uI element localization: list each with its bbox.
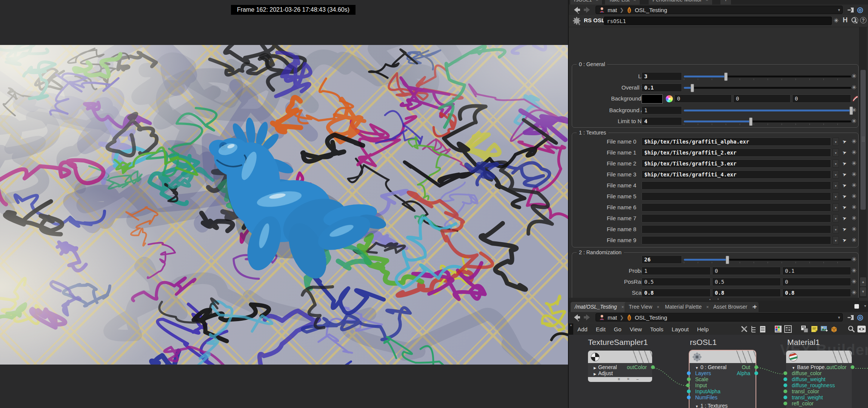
node-row-adjust[interactable]: ▶Adjust <box>588 370 652 376</box>
outcolor-output-dot[interactable] <box>851 365 854 369</box>
breadcrumb-root[interactable]: mat <box>608 314 617 321</box>
file-dropdown-icon[interactable]: ▾ <box>833 170 839 179</box>
node-header[interactable] <box>786 351 852 363</box>
pane-maximize-icon[interactable] <box>854 304 859 309</box>
close-icon[interactable]: × <box>657 304 659 310</box>
forward-button[interactable] <box>583 6 592 14</box>
node-name-field[interactable]: rsOSL1 <box>604 17 832 25</box>
tab-tree-view[interactable]: Tree View× <box>625 302 663 312</box>
node-row-general[interactable]: ▶General outColor <box>588 364 652 370</box>
tab-material-palette[interactable]: Material Palette× <box>661 302 713 312</box>
outcolor-output-dot[interactable] <box>651 365 655 369</box>
add-tab-button[interactable]: + <box>720 0 731 5</box>
parm-menu-icon[interactable]: ✳ <box>850 278 858 286</box>
parm-menu-icon[interactable]: ✳ <box>850 181 858 190</box>
tab-asset-browser[interactable]: Asset Browser× <box>709 302 759 312</box>
file-dropdown-icon[interactable]: ▾ <box>833 181 839 190</box>
parm-menu-icon[interactable]: ✳ <box>850 148 858 157</box>
node-row-inputalpha[interactable]: InputAlpha <box>689 388 756 394</box>
layers-input-dot[interactable] <box>687 371 691 375</box>
parm-menu-icon[interactable]: ✳ <box>850 83 858 92</box>
node-flags[interactable] <box>736 351 756 363</box>
file-dropdown-icon[interactable]: ▾ <box>833 236 839 244</box>
menu-view[interactable]: View <box>626 326 646 332</box>
scale-input-dot[interactable] <box>687 377 691 381</box>
file-name-9-field[interactable] <box>642 236 831 244</box>
split-windows-icon[interactable] <box>801 325 808 333</box>
visibility-eye-icon[interactable] <box>857 325 866 333</box>
close-icon[interactable]: × <box>706 304 709 310</box>
sticky-note-icon[interactable] <box>811 325 818 333</box>
node-row-base-properties[interactable]: ▼Base Prope… outColor <box>786 364 852 370</box>
node-row-diffuse-roughness[interactable]: diffuse_roughness <box>786 382 852 388</box>
file-dropdown-icon[interactable]: ▾ <box>833 148 839 157</box>
parm-menu-icon[interactable]: ✳ <box>850 138 858 146</box>
node-row-scale[interactable]: Scale <box>689 376 756 382</box>
tree-icon[interactable] <box>750 325 757 333</box>
pin-icon[interactable] <box>847 314 855 321</box>
path-dropdown-icon[interactable]: ▾ <box>838 315 840 320</box>
posrandom-x[interactable]: 0.5 <box>642 278 711 286</box>
menu-help[interactable]: Help <box>693 326 713 332</box>
scalemin-y[interactable]: 0.8 <box>712 289 781 297</box>
transl-color-input-dot[interactable] <box>783 389 787 393</box>
collapse-icon[interactable]: ▼ <box>695 405 699 408</box>
parm-menu-icon[interactable]: ✳ <box>850 225 858 233</box>
menu-layout[interactable]: Layout <box>668 326 693 332</box>
parm-menu-icon[interactable]: ✳ <box>850 236 858 244</box>
node-title[interactable]: Material1 <box>787 338 820 347</box>
file-dropdown-icon[interactable]: ▾ <box>833 192 839 201</box>
diffuse-weight-input-dot[interactable] <box>783 377 787 381</box>
file-dropdown-icon[interactable]: ▾ <box>833 214 839 223</box>
breadcrumb[interactable]: mat ❯ OSL_Testing ▾ <box>596 6 843 14</box>
pane-collapse-bar[interactable]: ▴ ⋯⋯ ▾ <box>569 298 859 301</box>
numfiles-input-dot[interactable] <box>687 396 691 399</box>
parm-menu-icon[interactable]: ✳ <box>850 117 858 125</box>
color-wheel-icon[interactable] <box>666 95 673 102</box>
network-editor[interactable]: VEX Builder TextureSampler1 ▶General <box>569 335 868 408</box>
breadcrumb-current[interactable]: OSL_Testing <box>635 314 667 321</box>
node-row-diffuse-color[interactable]: diffuse_color <box>786 370 852 376</box>
tab-network-path[interactable]: /mat/OSL_Testing× <box>571 302 628 312</box>
layers-slider[interactable] <box>684 72 851 80</box>
file-name-4-field[interactable] <box>642 181 831 190</box>
node-row-section-general[interactable]: ▼0 : General Out <box>689 364 756 370</box>
node-row-section-textures[interactable]: ▼1 : Textures <box>689 403 756 408</box>
file-chooser-icon[interactable]: ➤ <box>840 213 850 223</box>
back-button[interactable] <box>572 313 581 321</box>
out-output-dot[interactable] <box>754 365 758 369</box>
probability-z[interactable]: 0.1 <box>782 267 851 275</box>
node-header[interactable] <box>689 351 756 363</box>
menu-go[interactable]: Go <box>610 326 626 332</box>
seed-field[interactable]: 26 <box>642 255 682 264</box>
tools-icon[interactable] <box>740 325 748 333</box>
file-name-3-field[interactable]: $hip/tex/Tiles/graffiti_4.exr <box>642 170 831 179</box>
file-name-1-field[interactable]: $hip/tex/Tiles/graffiti_2.exr <box>642 148 831 157</box>
parm-menu-icon[interactable]: ✳ <box>850 192 858 201</box>
alpha-output-dot[interactable] <box>754 371 758 375</box>
menu-edit[interactable]: Edit <box>592 326 610 332</box>
limit-files-field[interactable]: 4 <box>642 117 682 125</box>
node-title[interactable]: TextureSampler1 <box>588 338 648 347</box>
overall-scale-field[interactable]: 0.1 <box>642 83 682 92</box>
linked-pane-icon[interactable]: ◎ <box>857 5 863 14</box>
file-chooser-icon[interactable]: ➤ <box>840 235 850 245</box>
breadcrumb-current[interactable]: OSL_Testing <box>635 7 667 13</box>
diffuse-roughness-input-dot[interactable] <box>783 383 787 387</box>
posrandom-y[interactable]: 0.5 <box>712 278 781 286</box>
bg-g-field[interactable]: 0 <box>733 94 791 103</box>
tab-performance-monitor[interactable]: Performance Monitor× <box>649 0 712 5</box>
input-input-dot[interactable] <box>686 383 690 387</box>
file-dropdown-icon[interactable]: ▾ <box>833 225 839 233</box>
node-row-refl-color[interactable]: refl_color <box>786 400 852 406</box>
node-row-numfiles[interactable]: NumFiles <box>689 394 756 400</box>
collapse-icon[interactable]: ▶ <box>594 372 596 376</box>
scrollbar-thumb[interactable] <box>860 70 866 210</box>
file-chooser-icon[interactable]: ➤ <box>840 169 850 179</box>
parm-menu-icon[interactable]: ✳ <box>850 289 858 297</box>
back-button[interactable] <box>572 6 581 14</box>
probability-x[interactable]: 1 <box>642 267 711 275</box>
search-icon[interactable] <box>848 325 855 333</box>
linked-pane-icon[interactable]: ◎ <box>857 313 863 321</box>
transl-weight-input-dot[interactable] <box>783 396 787 399</box>
